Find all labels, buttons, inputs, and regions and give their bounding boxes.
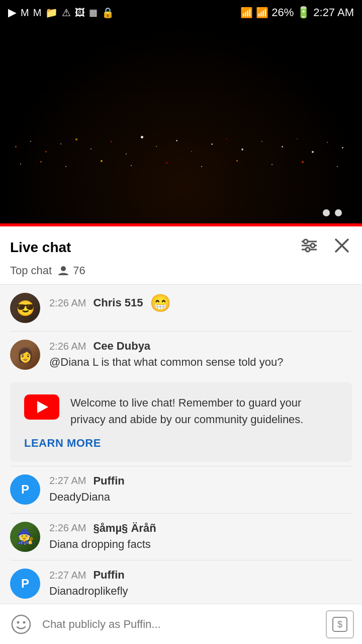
svg-point-11 xyxy=(23,621,26,623)
chat-input-bar: $ xyxy=(0,604,362,644)
wifi-icon: 📶 xyxy=(240,7,253,19)
svg-point-4 xyxy=(311,244,315,248)
play-icon xyxy=(37,401,48,413)
status-bar: ▶ M M 📁 ⚠ 🖼 ▦ 🔒 📶 📶 26% 🔋 2:27 AM xyxy=(0,0,362,25)
youtube-icon: ▶ xyxy=(8,6,17,19)
viewer-count: 76 xyxy=(57,264,85,277)
message-content: 2:26 AM Chris 515 😁 xyxy=(49,293,352,315)
message-text: @Diana L is that what common sense told … xyxy=(49,355,352,370)
grid-icon: ▦ xyxy=(89,7,98,18)
list-item: 2:26 AM Chris 515 😁 xyxy=(0,285,362,331)
avatar: P xyxy=(10,569,40,599)
warning-icon: ⚠ xyxy=(62,7,71,19)
shield-icon: 🔒 xyxy=(102,7,114,19)
message-time: 2:26 AM xyxy=(49,341,86,352)
image-icon: 🖼 xyxy=(75,7,85,19)
chat-messages-area: 2:26 AM Chris 515 😁 👩 2:26 AM Cee Dubya … xyxy=(0,285,362,644)
youtube-logo xyxy=(24,394,59,420)
live-chat-title: Live chat xyxy=(10,239,71,256)
svg-point-8 xyxy=(61,266,66,271)
video-background xyxy=(0,25,362,226)
avatar: P xyxy=(10,474,40,505)
close-button[interactable] xyxy=(332,235,352,259)
avatar: 👩 xyxy=(10,340,40,370)
message-time: 2:27 AM xyxy=(49,475,86,487)
notice-text: Welcome to live chat! Remember to guard … xyxy=(70,394,338,428)
m-icon-1: M xyxy=(21,7,29,19)
list-item: P 2:27 AM Puffin Dianadroplikefly xyxy=(0,560,362,607)
message-meta: 2:26 AM Cee Dubya xyxy=(49,340,352,353)
message-author: Chris 515 xyxy=(93,296,143,309)
send-button[interactable]: $ xyxy=(326,610,354,638)
filter-icon xyxy=(301,238,318,253)
emoji-button[interactable] xyxy=(8,611,34,637)
battery-percent: 26% xyxy=(272,6,294,19)
list-item: P 2:27 AM Puffin DeadyDiana xyxy=(0,466,362,513)
battery-icon: 🔋 xyxy=(297,6,310,19)
chat-input[interactable] xyxy=(42,612,318,637)
message-author: §åmµ§ Äråñ xyxy=(93,522,156,535)
close-icon xyxy=(334,237,350,254)
title-row: Live chat xyxy=(10,235,352,259)
status-bar-left: ▶ M M 📁 ⚠ 🖼 ▦ 🔒 xyxy=(8,6,114,19)
message-meta: 2:26 AM Chris 515 😁 xyxy=(49,293,352,313)
svg-point-9 xyxy=(12,615,30,633)
city-lights xyxy=(0,136,362,176)
svg-point-5 xyxy=(306,248,310,252)
notice-top: Welcome to live chat! Remember to guard … xyxy=(24,394,338,428)
message-content: 2:27 AM Puffin Dianadroplikefly xyxy=(49,569,352,599)
message-author: Cee Dubya xyxy=(93,340,150,353)
learn-more-button[interactable]: LEARN MORE xyxy=(24,437,338,450)
emoji-icon xyxy=(11,614,31,634)
video-progress-bar[interactable] xyxy=(0,223,362,226)
svg-point-3 xyxy=(304,239,308,244)
message-author: Puffin xyxy=(93,569,124,582)
message-content: 2:26 AM Cee Dubya @Diana L is that what … xyxy=(49,340,352,370)
message-content: 2:27 AM Puffin DeadyDiana xyxy=(49,474,352,505)
avatar: 🧙 xyxy=(10,522,40,552)
message-text: Diana dropping facts xyxy=(49,537,352,552)
youtube-notice-card: Welcome to live chat! Remember to guard … xyxy=(10,382,352,462)
avatar xyxy=(10,293,40,323)
message-content: 2:26 AM §åmµ§ Äråñ Diana dropping facts xyxy=(49,522,352,552)
message-meta: 2:27 AM Puffin xyxy=(49,569,352,582)
svg-text:$: $ xyxy=(337,619,342,629)
message-time: 2:27 AM xyxy=(49,570,86,581)
message-meta: 2:26 AM §åmµ§ Äråñ xyxy=(49,522,352,535)
message-meta: 2:27 AM Puffin xyxy=(49,474,352,488)
status-bar-right: 📶 📶 26% 🔋 2:27 AM xyxy=(240,6,354,19)
list-item: 👩 2:26 AM Cee Dubya @Diana L is that wha… xyxy=(0,332,362,378)
message-text: Dianadroplikefly xyxy=(49,584,352,599)
m-icon-2: M xyxy=(33,7,42,19)
header-icons xyxy=(299,235,352,259)
svg-point-10 xyxy=(17,621,20,623)
list-item: 🧙 2:26 AM §åmµ§ Äråñ Diana dropping fact… xyxy=(0,514,362,560)
viewer-count-number: 76 xyxy=(73,264,85,277)
message-time: 2:26 AM xyxy=(49,297,86,309)
chat-sub-row: Top chat 76 xyxy=(10,264,352,284)
top-chat-label: Top chat xyxy=(10,264,52,277)
message-time: 2:26 AM xyxy=(49,522,86,534)
signal-icon: 📶 xyxy=(256,7,268,19)
viewer-icon xyxy=(57,264,70,277)
send-icon: $ xyxy=(332,616,348,632)
time-display: 2:27 AM xyxy=(313,6,354,19)
live-chat-header: Live chat Top xyxy=(0,226,362,285)
message-author: Puffin xyxy=(93,474,124,488)
folder-icon: 📁 xyxy=(45,7,58,19)
message-text: DeadyDiana xyxy=(49,490,352,505)
message-emoji: 😁 xyxy=(150,293,171,313)
filter-button[interactable] xyxy=(299,236,320,259)
video-player[interactable] xyxy=(0,25,362,226)
